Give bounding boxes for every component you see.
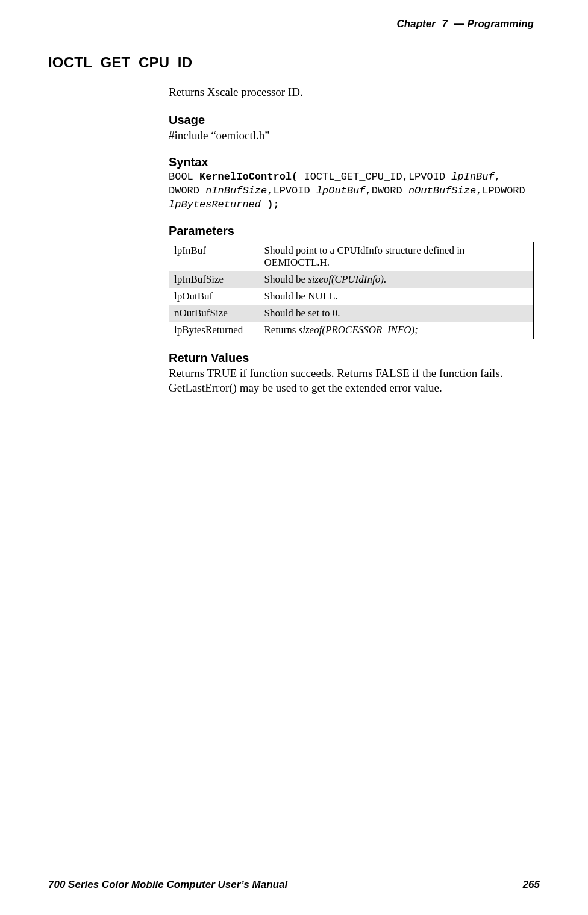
param-desc-text: Should be: [264, 273, 308, 285]
param-desc-text: Returns: [264, 324, 299, 336]
syntax-token: nOutBufSize: [408, 185, 476, 196]
table-row: lpInBuf Should point to a CPUIdInfo stru…: [169, 242, 534, 271]
param-name: nOutBufSize: [169, 305, 260, 322]
syntax-token: ,: [495, 171, 501, 183]
syntax-token: DWORD: [169, 185, 205, 196]
header-chapter-word: Chapter: [397, 18, 436, 30]
page-footer: 700 Series Color Mobile Computer User’s …: [48, 879, 540, 891]
syntax-block: BOOL KernelIoControl( IOCTL_GET_CPU_ID,L…: [169, 170, 534, 212]
return-values-text: Returns TRUE if function succeeds. Retur…: [169, 366, 534, 396]
syntax-token: ,LPVOID: [267, 185, 316, 196]
param-desc: Returns sizeof(PROCESSOR_INFO);: [260, 322, 534, 339]
header-chapter-number: 7: [442, 18, 448, 30]
table-row: lpBytesReturned Returns sizeof(PROCESSOR…: [169, 322, 534, 339]
param-name: lpInBufSize: [169, 271, 260, 288]
param-desc-ital: sizeof(CPUIdInfo): [308, 273, 384, 285]
footer-page-number: 265: [523, 879, 540, 891]
param-desc: Should be set to 0.: [260, 305, 534, 322]
param-desc-text: Should be set to 0.: [264, 307, 340, 319]
usage-heading: Usage: [169, 113, 534, 127]
param-desc-ital: sizeof(PROCESSOR_INFO);: [299, 324, 418, 336]
syntax-token: ,DWORD: [366, 185, 408, 196]
table-row: lpInBufSize Should be sizeof(CPUIdInfo).: [169, 271, 534, 288]
running-header: Chapter 7 — Programming: [48, 18, 540, 30]
syntax-token: KernelIoControl(: [199, 171, 298, 183]
page: Chapter 7 — Programming IOCTL_GET_CPU_ID…: [0, 0, 588, 915]
syntax-token: );: [261, 199, 280, 210]
param-name: lpInBuf: [169, 242, 260, 271]
syntax-token: ,LPDWORD: [476, 185, 525, 196]
syntax-token: lpBytesReturned: [169, 199, 261, 210]
param-name: lpOutBuf: [169, 288, 260, 305]
intro-text: Returns Xscale processor ID.: [169, 86, 534, 99]
syntax-token: nInBufSize: [205, 185, 267, 196]
table-row: nOutBufSize Should be set to 0.: [169, 305, 534, 322]
syntax-token: BOOL: [169, 171, 199, 183]
usage-text: #include “oemioctl.h”: [169, 128, 534, 143]
param-desc: Should be sizeof(CPUIdInfo).: [260, 271, 534, 288]
header-chapter-title: Programming: [467, 18, 534, 30]
parameters-table: lpInBuf Should point to a CPUIdInfo stru…: [169, 242, 534, 339]
return-values-heading: Return Values: [169, 351, 534, 365]
param-desc-text: Should be NULL.: [264, 290, 338, 302]
section-title: IOCTL_GET_CPU_ID: [48, 54, 540, 71]
param-name: lpBytesReturned: [169, 322, 260, 339]
parameters-heading: Parameters: [169, 224, 534, 238]
syntax-heading: Syntax: [169, 155, 534, 169]
param-desc-text: Should point to a CPUIdInfo structure de…: [264, 245, 465, 268]
param-desc: Should point to a CPUIdInfo structure de…: [260, 242, 534, 271]
header-dash: —: [454, 18, 464, 30]
syntax-token: lpInBuf: [451, 171, 494, 183]
param-desc: Should be NULL.: [260, 288, 534, 305]
param-desc-text: .: [384, 273, 386, 285]
syntax-token: IOCTL_GET_CPU_ID,LPVOID: [298, 171, 451, 183]
content-block: Returns Xscale processor ID. Usage #incl…: [169, 86, 534, 396]
syntax-token: lpOutBuf: [316, 185, 366, 196]
table-row: lpOutBuf Should be NULL.: [169, 288, 534, 305]
footer-manual-title: 700 Series Color Mobile Computer User’s …: [48, 879, 287, 891]
